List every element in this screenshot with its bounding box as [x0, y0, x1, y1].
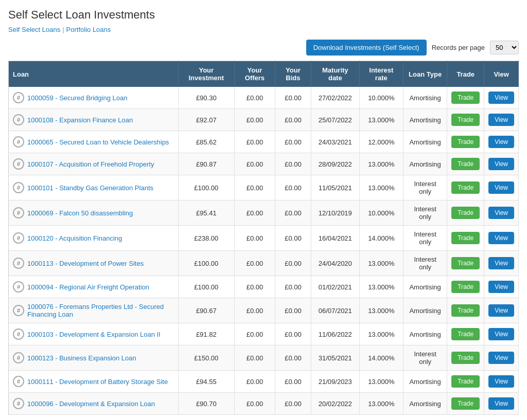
loan-link[interactable]: 1000113 - Development of Power Sites	[27, 260, 144, 267]
loan-hash-icon: #	[13, 258, 24, 269]
records-per-page-select[interactable]: 50 25 100	[490, 41, 519, 54]
bids-cell: £0.00	[275, 87, 311, 109]
trade-button[interactable]: Trade	[451, 304, 480, 317]
table-header-row: Loan Your Investment Your Offers Your Bi…	[9, 61, 519, 87]
nav-self-select[interactable]: Self Select Loans	[8, 26, 60, 33]
investment-cell: £91.82	[178, 323, 234, 345]
loan-cell: # 1000076 - Foremans Properties Ltd - Se…	[9, 298, 179, 323]
trade-button[interactable]: Trade	[451, 92, 480, 104]
table-row: # 1000123 - Business Expansion Loan £150…	[9, 345, 519, 371]
table-row: # 1000096 - Development & Expansion Loan…	[9, 393, 519, 415]
investment-cell: £238.00	[178, 226, 234, 251]
view-button[interactable]: View	[488, 158, 514, 170]
investment-cell: £90.67	[178, 298, 234, 323]
rate-cell: 10.000%	[359, 200, 403, 226]
view-cell: View	[484, 371, 519, 393]
loan-link[interactable]: 1000069 - Falcon 50 disassembling	[27, 209, 133, 217]
loan-link[interactable]: 1000107 - Acquisition of Freehold Proper…	[27, 160, 154, 168]
trade-cell: Trade	[447, 276, 484, 298]
trade-cell: Trade	[447, 251, 484, 276]
table-row: # 1000101 - Standby Gas Generation Plant…	[9, 175, 519, 200]
col-header-offers: Your Offers	[234, 61, 275, 87]
rate-cell: 13.000%	[359, 276, 403, 298]
loan-link[interactable]: 1000065 - Secured Loan to Vehicle Dealer…	[27, 138, 169, 146]
loan-link[interactable]: 1000123 - Business Expansion Loan	[27, 354, 136, 362]
nav-portfolio[interactable]: Portfolio Loans	[66, 26, 111, 33]
investment-cell: £94.55	[178, 371, 234, 393]
col-header-view: View	[484, 61, 519, 87]
loan-link[interactable]: 1000101 - Standby Gas Generation Plants	[27, 184, 153, 192]
view-button[interactable]: View	[488, 257, 514, 269]
investment-cell: £90.70	[178, 393, 234, 415]
type-cell: Amortising	[403, 298, 447, 323]
col-header-loan: Loan	[9, 61, 179, 87]
table-row: # 1000103 - Development & Expansion Loan…	[9, 323, 519, 345]
rate-cell: 13.000%	[359, 371, 403, 393]
trade-button[interactable]: Trade	[451, 375, 480, 388]
trade-cell: Trade	[447, 226, 484, 251]
trade-button[interactable]: Trade	[451, 397, 480, 410]
loan-link[interactable]: 1000094 - Regional Air Freight Operation	[27, 283, 149, 291]
trade-button[interactable]: Trade	[451, 207, 480, 219]
view-button[interactable]: View	[488, 304, 514, 317]
view-button[interactable]: View	[488, 352, 514, 364]
trade-cell: Trade	[447, 393, 484, 415]
view-button[interactable]: View	[488, 92, 514, 104]
bids-cell: £0.00	[275, 371, 311, 393]
trade-cell: Trade	[447, 323, 484, 345]
loan-link[interactable]: 1000111 - Development of Battery Storage…	[27, 378, 168, 386]
table-row: # 1000111 - Development of Battery Stora…	[9, 371, 519, 393]
loan-link[interactable]: 1000076 - Foremans Properties Ltd - Secu…	[27, 303, 174, 318]
loan-hash-icon: #	[13, 352, 24, 363]
download-button[interactable]: Download Investments (Self Select)	[306, 40, 427, 56]
loan-link[interactable]: 1000059 - Secured Bridging Loan	[27, 94, 127, 102]
view-button[interactable]: View	[488, 397, 514, 410]
trade-button[interactable]: Trade	[451, 232, 480, 244]
trade-button[interactable]: Trade	[451, 281, 480, 293]
trade-cell: Trade	[447, 175, 484, 200]
view-button[interactable]: View	[488, 207, 514, 219]
loan-link[interactable]: 1000120 - Acquisition Financing	[27, 234, 122, 242]
trade-button[interactable]: Trade	[451, 257, 480, 269]
view-button[interactable]: View	[488, 114, 514, 126]
maturity-cell: 24/03/2021	[311, 131, 359, 153]
loan-link[interactable]: 1000108 - Expansion Finance Loan	[27, 116, 133, 124]
maturity-cell: 25/07/2022	[311, 109, 359, 131]
loan-link[interactable]: 1000096 - Development & Expansion Loan	[27, 400, 155, 408]
view-cell: View	[484, 153, 519, 175]
view-button[interactable]: View	[488, 328, 514, 340]
view-cell: View	[484, 323, 519, 345]
nav-separator: |	[62, 26, 64, 33]
offers-cell: £0.00	[234, 345, 275, 371]
view-button[interactable]: View	[488, 375, 514, 388]
view-cell: View	[484, 226, 519, 251]
trade-button[interactable]: Trade	[451, 181, 480, 194]
offers-cell: £0.00	[234, 323, 275, 345]
trade-button[interactable]: Trade	[451, 328, 480, 340]
type-cell: Amortising	[403, 393, 447, 415]
bids-cell: £0.00	[275, 175, 311, 200]
bids-cell: £0.00	[275, 226, 311, 251]
view-button[interactable]: View	[488, 181, 514, 194]
table-row: # 1000069 - Falcon 50 disassembling £95.…	[9, 200, 519, 226]
trade-cell: Trade	[447, 153, 484, 175]
trade-button[interactable]: Trade	[451, 352, 480, 364]
trade-cell: Trade	[447, 371, 484, 393]
maturity-cell: 06/07/2021	[311, 298, 359, 323]
nav-links: Self Select Loans | Portfolio Loans	[8, 26, 519, 33]
view-cell: View	[484, 345, 519, 371]
view-button[interactable]: View	[488, 232, 514, 244]
loan-hash-icon: #	[13, 376, 24, 387]
maturity-cell: 28/09/2022	[311, 153, 359, 175]
view-button[interactable]: View	[488, 281, 514, 293]
view-cell: View	[484, 87, 519, 109]
table-row: # 1000076 - Foremans Properties Ltd - Se…	[9, 298, 519, 323]
view-button[interactable]: View	[488, 136, 514, 148]
type-cell: Interest only	[403, 226, 447, 251]
trade-button[interactable]: Trade	[451, 114, 480, 126]
trade-button[interactable]: Trade	[451, 158, 480, 170]
loan-cell: # 1000123 - Business Expansion Loan	[9, 345, 179, 371]
trade-button[interactable]: Trade	[451, 136, 480, 148]
offers-cell: £0.00	[234, 276, 275, 298]
loan-link[interactable]: 1000103 - Development & Expansion Loan I…	[27, 331, 161, 338]
